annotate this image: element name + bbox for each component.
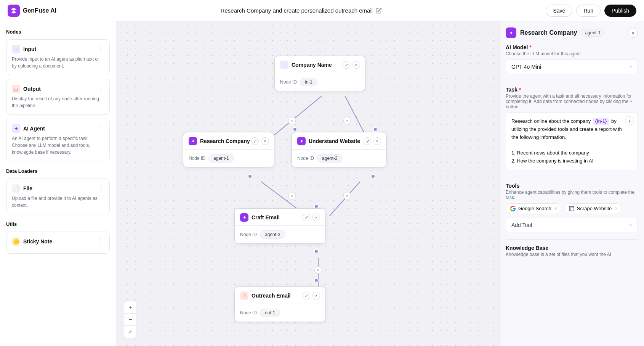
node-actions: ⤢ ×	[343, 61, 360, 69]
node-header: ✦ Craft Email ⤢ ×	[235, 209, 325, 226]
company-name-node[interactable]: → Company Name ⤢ × Node ID in-1	[274, 56, 366, 91]
inline-tag: {in-1}	[593, 118, 609, 125]
tools-sublabel: Enhance agent capabilities by giving the…	[506, 190, 638, 200]
sidebar-card-title: 📄 File	[12, 184, 32, 193]
edit-icon[interactable]	[376, 8, 382, 14]
sidebar-card-title: □ Output	[12, 85, 41, 93]
task-add-button[interactable]: +	[625, 116, 634, 126]
node-expand-btn[interactable]: ⤢	[251, 137, 259, 145]
aiagent-menu-icon[interactable]: ⋮	[98, 125, 104, 132]
node-icon: □	[240, 291, 248, 300]
input-menu-icon[interactable]: ⋮	[98, 46, 104, 53]
sticky-menu-icon[interactable]: ⋮	[98, 238, 104, 245]
node-id-badge: agent-3	[260, 230, 285, 239]
understand-website-node[interactable]: ✦ Understand Website ⤢ × Node ID agent-2	[292, 132, 387, 167]
node-id-badge: out-1	[260, 309, 280, 317]
google-icon	[510, 206, 516, 212]
run-button[interactable]: Run	[576, 5, 601, 17]
file-icon: 📄	[12, 184, 20, 193]
panel-header: ✦ Research Company agent-1 ×	[506, 27, 638, 38]
sidebar-item-output[interactable]: □ Output ⋮ Display the result of any nod…	[6, 79, 110, 115]
node-close-btn[interactable]: ×	[373, 137, 381, 145]
conn-x-5[interactable]: ×	[314, 266, 322, 274]
divider-3	[506, 239, 638, 240]
node-expand-btn[interactable]: ⤢	[364, 137, 371, 145]
tool-remove-scrape[interactable]: ×	[615, 206, 617, 211]
task-content[interactable]: Research online about the company {in-1}…	[506, 113, 638, 170]
node-id-row: Node ID agent-3	[240, 230, 320, 239]
node-close-btn[interactable]: ×	[312, 292, 320, 299]
output-menu-icon[interactable]: ⋮	[98, 85, 104, 93]
logo: GenFuse AI	[8, 5, 56, 17]
ai-model-select[interactable]: GPT-4o Mini GPT-4o GPT-3.5 Turbo Claude …	[506, 60, 638, 74]
zoom-out-button[interactable]: −	[124, 314, 136, 326]
sidebar-card-header: → Input ⋮	[12, 45, 104, 53]
node-icon: →	[280, 61, 288, 69]
sidebar: Nodes → Input ⋮ Provide input to an AI a…	[0, 21, 116, 346]
research-company-node[interactable]: ✦ Research Company ⤢ × Node ID agent-1	[183, 132, 274, 167]
tool-remove-google[interactable]: ×	[554, 206, 557, 211]
add-tool-select[interactable]: Add Tool Google Search Scrape Website	[506, 218, 638, 232]
node-icon: ✦	[189, 137, 197, 145]
conn-x-2[interactable]: ×	[343, 117, 351, 124]
task-sublabel: Provide the agent with a task and all ne…	[506, 93, 638, 109]
header-actions: Save Run Publish	[546, 5, 636, 17]
sidebar-item-file[interactable]: 📄 File ⋮ Upload a file and provide it to…	[6, 179, 110, 214]
required-star: *	[528, 44, 531, 50]
conn-x-3[interactable]: ×	[288, 192, 296, 200]
tools-label: Tools	[506, 183, 638, 189]
node-header: □ Outreach Email ⤢ ×	[235, 287, 325, 304]
node-body: Node ID in-1	[275, 73, 365, 91]
craft-email-node[interactable]: ✦ Craft Email ⤢ × Node ID agent-3	[234, 208, 326, 244]
data-loaders-section: Data Loaders 📄 File ⋮ Upload a file and …	[6, 168, 110, 214]
node-close-btn[interactable]: ×	[312, 214, 320, 221]
right-panel: ✦ Research Company agent-1 × AI Model * …	[499, 21, 644, 346]
outreach-email-node[interactable]: □ Outreach Email ⤢ × Node ID out-1	[234, 286, 326, 322]
knowledge-base-label: Knowledge Base	[506, 245, 638, 251]
node-actions: ⤢ ×	[303, 292, 320, 299]
file-menu-icon[interactable]: ⋮	[98, 185, 104, 192]
node-id-badge: agent-2	[317, 154, 343, 163]
conn-x-4[interactable]: ×	[343, 192, 351, 200]
zoom-fit-button[interactable]: ⤢	[124, 326, 136, 338]
sidebar-item-stickynote[interactable]: 🟡 Sticky Note ⋮	[6, 232, 110, 254]
node-header: ✦ Research Company ⤢ ×	[183, 132, 274, 150]
sidebar-item-input[interactable]: → Input ⋮ Provide input to an AI agent a…	[6, 39, 110, 75]
task-label: Task *	[506, 87, 638, 93]
ai-model-sublabel: Choose the LLM model for this agent	[506, 51, 638, 56]
conn-dot-2	[373, 127, 378, 132]
ai-model-label: AI Model *	[506, 44, 638, 50]
publish-button[interactable]: Publish	[604, 5, 636, 17]
ai-model-section: AI Model * Choose the LLM model for this…	[506, 44, 638, 74]
conn-x-1[interactable]: ×	[288, 117, 296, 124]
node-close-btn[interactable]: ×	[261, 137, 269, 145]
node-id-badge: in-1	[300, 78, 317, 86]
zoom-in-button[interactable]: +	[124, 301, 136, 314]
canvas[interactable]: × × × × × → Company Name ⤢ ×	[116, 21, 499, 346]
sidebar-card-header: 📄 File ⋮	[12, 184, 104, 193]
save-button[interactable]: Save	[546, 5, 572, 17]
node-actions: ⤢ ×	[364, 137, 381, 145]
node-expand-btn[interactable]: ⤢	[303, 214, 310, 221]
node-id-label: Node ID	[240, 310, 257, 315]
panel-close-button[interactable]: ×	[628, 28, 638, 38]
node-expand-btn[interactable]: ⤢	[343, 61, 350, 69]
task-input-wrapper: Research online about the company {in-1}…	[506, 113, 638, 170]
node-body: Node ID agent-3	[235, 226, 325, 243]
tool-tag-scrape-website[interactable]: Scrape Website ×	[564, 203, 622, 214]
tool-label: Scrape Website	[577, 206, 612, 211]
panel-title: Research Company	[520, 29, 577, 36]
sidebar-item-aiagent[interactable]: ✦ AI Agent ⋮ An AI agent to perform a sp…	[6, 119, 110, 161]
node-body: Node ID agent-2	[292, 150, 386, 167]
sticky-icon: 🟡	[12, 237, 20, 246]
node-close-btn[interactable]: ×	[352, 61, 360, 69]
tool-tag-google-search[interactable]: Google Search ×	[506, 203, 561, 214]
knowledge-base-sublabel: Knowledge base is a set of files that yo…	[506, 252, 638, 257]
node-title: → Company Name	[280, 61, 332, 69]
zoom-controls: + − ⤢	[124, 301, 137, 338]
node-title: ✦ Research Company	[189, 137, 250, 145]
node-id-label: Node ID	[189, 156, 205, 161]
node-expand-btn[interactable]: ⤢	[303, 292, 310, 299]
sidebar-card-header: ✦ AI Agent ⋮	[12, 124, 104, 133]
panel-title-row: ✦ Research Company agent-1	[506, 27, 605, 38]
